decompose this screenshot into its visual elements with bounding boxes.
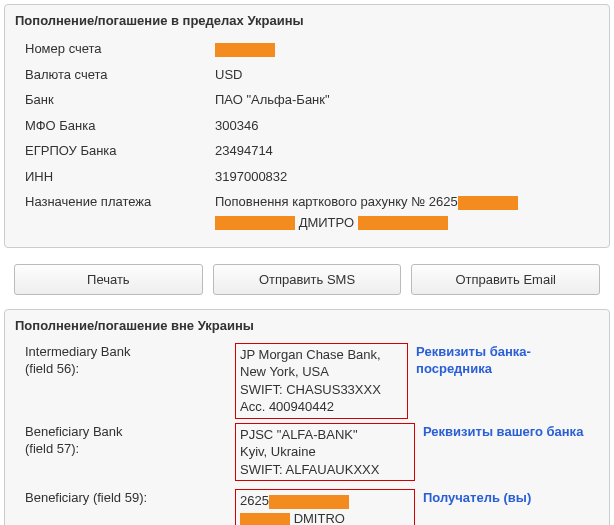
currency-label: Валюта счета	[25, 65, 215, 85]
beneficiary-label: Beneficiary (field 59):	[25, 489, 235, 507]
beneficiary-bank-line: SWIFT: ALFAUAUKXXX	[240, 461, 410, 479]
beneficiary-box: 2625 DMITRO	[235, 489, 415, 525]
beneficiary-bank-annotation: Реквизиты вашего банка	[423, 423, 583, 441]
purpose-value: Поповнення карткового рахунку № 2625 ДМИ…	[215, 192, 599, 234]
account-number-label: Номер счета	[25, 39, 215, 59]
redacted-block	[358, 216, 448, 230]
send-sms-button[interactable]: Отправить SMS	[213, 264, 402, 295]
purpose-text-1: Поповнення карткового рахунку № 2625	[215, 194, 458, 209]
panel-international: Пополнение/погашение вне Украины Interme…	[4, 309, 610, 525]
redacted-block	[269, 495, 349, 509]
inn-value: 3197000832	[215, 167, 599, 187]
row-beneficiary-bank: Beneficiary Bank (field 57): PJSC "ALFA-…	[5, 421, 609, 484]
beneficiary-bank-label: Beneficiary Bank (field 57):	[25, 423, 235, 458]
beneficiary-prefix: 2625	[240, 493, 269, 508]
panel-domestic: Пополнение/погашение в пределах Украины …	[4, 4, 610, 248]
beneficiary-mid: DMITRO	[294, 511, 345, 525]
mfo-label: МФО Банка	[25, 116, 215, 136]
beneficiary-bank-box: PJSC "ALFA-BANK" Kyiv, Ukraine SWIFT: AL…	[235, 423, 415, 482]
account-number-value	[215, 39, 599, 59]
intermediary-bank-box: JP Morgan Chase Bank, New York, USA SWIF…	[235, 343, 408, 419]
purpose-text-2: ДМИТРО	[299, 215, 354, 230]
panel-international-title: Пополнение/погашение вне Украины	[5, 310, 609, 341]
button-row-domestic: Печать Отправить SMS Отправить Email	[4, 258, 610, 309]
intermediary-bank-label: Intermediary Bank (field 56):	[25, 343, 235, 378]
inn-label: ИНН	[25, 167, 215, 187]
intermediary-annotation: Реквизиты банка-посредника	[416, 343, 599, 378]
redacted-block	[215, 216, 295, 230]
row-bank: Банк ПАО "Альфа-Банк"	[5, 87, 609, 113]
egrpou-label: ЕГРПОУ Банка	[25, 141, 215, 161]
row-mfo: МФО Банка 300346	[5, 113, 609, 139]
row-currency: Валюта счета USD	[5, 62, 609, 88]
purpose-label: Назначение платежа	[25, 192, 215, 234]
beneficiary-bank-line: Kyiv, Ukraine	[240, 443, 410, 461]
row-beneficiary: Beneficiary (field 59): 2625 DMITRO Полу…	[5, 483, 609, 525]
beneficiary-bank-line: PJSC "ALFA-BANK"	[240, 426, 410, 444]
row-intermediary-bank: Intermediary Bank (field 56): JP Morgan …	[5, 341, 609, 421]
redacted-block	[458, 196, 518, 210]
intermediary-line: JP Morgan Chase Bank, New York, USA	[240, 346, 403, 381]
mfo-value: 300346	[215, 116, 599, 136]
bank-value: ПАО "Альфа-Банк"	[215, 90, 599, 110]
send-email-button[interactable]: Отправить Email	[411, 264, 600, 295]
row-egrpou: ЕГРПОУ Банка 23494714	[5, 138, 609, 164]
redacted-block	[240, 513, 290, 525]
row-account-number: Номер счета	[5, 36, 609, 62]
currency-value: USD	[215, 65, 599, 85]
redacted-block	[215, 43, 275, 57]
intermediary-line: Acc. 400940442	[240, 398, 403, 416]
egrpou-value: 23494714	[215, 141, 599, 161]
row-purpose: Назначение платежа Поповнення карткового…	[5, 189, 609, 237]
bank-label: Банк	[25, 90, 215, 110]
beneficiary-annotation: Получатель (вы)	[423, 489, 531, 507]
panel-domestic-title: Пополнение/погашение в пределах Украины	[5, 5, 609, 36]
row-inn: ИНН 3197000832	[5, 164, 609, 190]
print-button[interactable]: Печать	[14, 264, 203, 295]
intermediary-line: SWIFT: CHASUS33XXX	[240, 381, 403, 399]
